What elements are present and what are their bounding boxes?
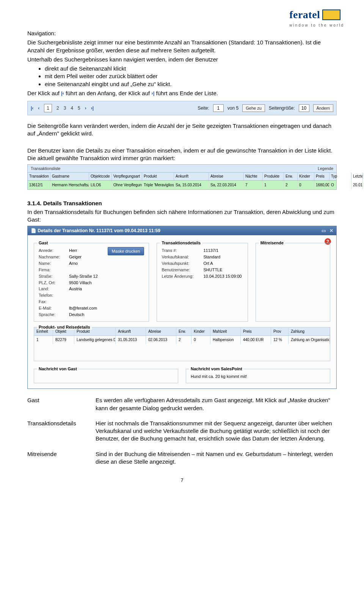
pager-change-button[interactable]: Ändern bbox=[313, 104, 333, 112]
pager-last-button[interactable]: ›| bbox=[91, 105, 94, 111]
nachricht-sp-legend: Nachricht vom SalesPoint bbox=[189, 366, 244, 372]
dialog-title-text: Details der Transaktion Nr. 11137/1 vom … bbox=[38, 228, 160, 233]
logo-mark-icon bbox=[322, 9, 340, 20]
pager-first-button[interactable]: |‹ bbox=[31, 105, 33, 111]
gast-key: E-Mail: bbox=[39, 305, 69, 311]
pager-page-5[interactable]: 5 bbox=[78, 105, 80, 111]
pager-size-input[interactable] bbox=[299, 104, 309, 112]
pager-page-2[interactable]: 2 bbox=[56, 105, 59, 111]
gast-value: Sally-Straße 12 bbox=[69, 274, 144, 279]
nav-bullet-2: mit dem Pfeil weiter oder zurück blätter… bbox=[45, 72, 337, 80]
print-mask-button[interactable]: Maske drucken bbox=[108, 247, 144, 255]
window-close-icon[interactable]: ✕ bbox=[329, 228, 333, 234]
gast-value bbox=[69, 293, 144, 298]
last-page-icon: ›| bbox=[151, 90, 154, 97]
tlist-c-13: 20.01.2014 bbox=[351, 181, 363, 190]
tlist-h-6: Abreise bbox=[209, 173, 244, 180]
first-page-icon: |‹ bbox=[61, 90, 64, 97]
tlist-h-8: Produkte bbox=[263, 173, 284, 180]
def-gast-term: Gast bbox=[27, 396, 96, 412]
gast-value: 9500 Villach bbox=[69, 280, 144, 286]
prd-h-8: Preis bbox=[241, 327, 271, 336]
fieldset-gast: Gast Maske drucken Anrede:HerrNachname:G… bbox=[34, 243, 149, 321]
window-minimize-icon[interactable]: ▭ bbox=[322, 228, 326, 234]
prd-c-7: Halbpension bbox=[210, 336, 241, 344]
nav-p3-a: Der Klick auf bbox=[27, 90, 61, 96]
tlist-h-7: Nächte bbox=[244, 173, 263, 180]
nav-paragraph-2: Unterhalb des Suchergebnisses kann navig… bbox=[27, 56, 337, 63]
nav-paragraph-1: Die Suchergebnisliste zeigt immer nur ei… bbox=[27, 39, 337, 54]
pager-prev-button[interactable]: ‹ bbox=[38, 105, 39, 111]
nachricht-gast-legend: Nachricht von Gast bbox=[37, 366, 78, 372]
nav-paragraph-3: Der Klick auf |‹ führt an den Anfang, de… bbox=[27, 90, 337, 97]
tlist-h-10: Kinder bbox=[298, 173, 314, 180]
prd-c-5: 2 bbox=[176, 336, 191, 344]
prd-c-8: 440,00 EUR bbox=[241, 336, 271, 344]
tlist-h-2: Objektcode bbox=[89, 173, 112, 180]
gast-key: Fax: bbox=[39, 299, 69, 305]
pager-page-4[interactable]: 4 bbox=[71, 105, 73, 111]
pager-von-label: von 5 bbox=[228, 105, 238, 111]
tlist-h-13: Letzte Änd bbox=[351, 173, 363, 180]
nachricht-sp-text: Hund mit ca. 20 kg kommt mit! bbox=[191, 374, 325, 379]
prd-c-9: 12 % bbox=[271, 336, 289, 344]
tlist-h-0: Transaktion bbox=[28, 173, 50, 180]
section-intro: In den Transaktionsdetails für Buchungen… bbox=[27, 208, 337, 224]
trans-key: Verkaufspunkt: bbox=[162, 261, 203, 266]
paragraph-pagesize: Die Seitengröße kann verändert werden, i… bbox=[27, 122, 337, 138]
gast-value: Austria bbox=[69, 286, 144, 292]
tlist-c-0: 13612/1 bbox=[28, 181, 50, 190]
gast-key: Sprache: bbox=[39, 312, 69, 318]
trans-value: Ort A bbox=[203, 261, 243, 266]
tlist-h-3: Verpflegungsart bbox=[112, 173, 142, 180]
pager-next-button[interactable]: › bbox=[85, 105, 86, 111]
pager-bar: |‹ ‹ 1 2 3 4 5 › ›| Seite: von 5 Gehe zu… bbox=[27, 101, 337, 115]
dialog-title: 📄 Details der Transaktion Nr. 11137/1 vo… bbox=[31, 228, 160, 234]
prd-h-9: Prov bbox=[271, 327, 289, 336]
gast-key: Telefon: bbox=[39, 293, 69, 298]
prd-data-row[interactable]: 1 B2279 Landseitig gelegenes Doppelzimme… bbox=[34, 336, 330, 344]
nav-p3-c: führt ans Ende der Liste. bbox=[156, 90, 218, 96]
fieldset-gast-legend: Gast bbox=[37, 240, 49, 246]
prd-h-5: Erw. bbox=[176, 327, 191, 336]
nav-bullet-1: direkt auf die Seitenanzahl klickt bbox=[45, 65, 337, 72]
pager-current-page[interactable]: 1 bbox=[44, 104, 52, 112]
fieldset-produkt: Produkt- und Reisedetails Einheit Objekt… bbox=[34, 327, 330, 361]
tlist-c-6: Sa, 22.03.2014 bbox=[209, 181, 244, 190]
gast-value: Arno bbox=[69, 261, 144, 266]
fieldset-produkt-legend: Produkt- und Reisedetails bbox=[37, 324, 92, 330]
fieldset-nachricht-gast: Nachricht von Gast bbox=[34, 369, 178, 384]
tlist-c-8: 1 bbox=[263, 181, 284, 190]
tlist-c-12: O bbox=[329, 181, 351, 190]
prd-c-0: 1 bbox=[34, 336, 53, 344]
trans-value: Standard bbox=[203, 254, 243, 260]
tlist-c-9: 2 bbox=[284, 181, 298, 190]
trans-value: 10.04.2013 15:09:00 bbox=[203, 274, 243, 279]
pager-size-label: Seitengröße: bbox=[269, 105, 295, 111]
tlist-selected-row[interactable]: 13612/1 Hermann Herrschaftszeiten LILO6 … bbox=[28, 181, 336, 190]
prd-c-2: Landseitig gelegenes Doppelzimmer bbox=[74, 336, 116, 344]
pager-page-3[interactable]: 3 bbox=[64, 105, 66, 111]
tlist-c-5: Sa, 15.03.2014 bbox=[174, 181, 209, 190]
tlist-h-4: Produkt bbox=[142, 173, 174, 180]
tlist-c-7: 7 bbox=[244, 181, 263, 190]
logo-text: feratel bbox=[289, 8, 320, 22]
pager-seite-input[interactable] bbox=[213, 104, 224, 112]
def-mitreisende-desc: Sind in der Buchung die Mitreisenden – m… bbox=[96, 450, 337, 466]
trans-value: SHUTTLE bbox=[203, 267, 243, 273]
gast-value: Deutsch bbox=[69, 312, 144, 318]
prd-c-1: B2279 bbox=[53, 336, 74, 344]
trans-key: Trans #: bbox=[162, 248, 203, 253]
fieldset-trans-legend: Transaktionsdetails bbox=[160, 240, 202, 246]
nav-heading: Navigation: bbox=[27, 30, 337, 37]
pager-goto-button[interactable]: Gehe zu bbox=[242, 104, 265, 112]
tlist-legend[interactable]: Legende bbox=[318, 166, 333, 171]
prd-h-6: Kinder bbox=[191, 327, 210, 336]
transaction-list: Transaktionsliste Legende Transaktion Ga… bbox=[27, 164, 337, 190]
gast-key: Anrede: bbox=[39, 248, 69, 253]
prd-h-4: Abreise bbox=[146, 327, 176, 336]
prd-c-3: 31.05.2013 bbox=[116, 336, 146, 344]
tlist-c-2: LILO6 bbox=[89, 181, 112, 190]
tlist-h-9: Erw. bbox=[284, 173, 298, 180]
tlist-c-11: 1680,00 bbox=[314, 181, 329, 190]
